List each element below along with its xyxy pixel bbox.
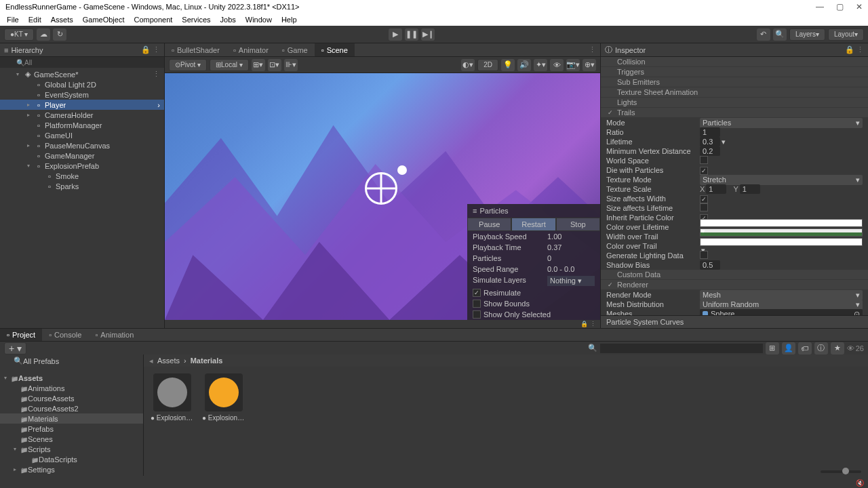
folder-courseassets2[interactable]: CourseAssets2 (0, 403, 143, 413)
menu-assets[interactable]: Assets (47, 14, 77, 25)
insp-mode[interactable]: ModeParticles▾ (601, 118, 868, 127)
snap-icon[interactable]: ⊡▾ (268, 59, 281, 71)
particles-restart-button[interactable]: Restart (511, 218, 555, 231)
tab-animator[interactable]: ▫Animator (226, 43, 275, 56)
camera-icon[interactable]: 📷▾ (566, 59, 580, 71)
hierarchy-item-gameui[interactable]: ▫GameUI (0, 130, 164, 140)
folder-scripts[interactable]: Scripts (0, 444, 143, 454)
insp-color-over-trail[interactable]: Color over Trail▾ (601, 241, 868, 251)
undo-history-icon[interactable]: ↶ (757, 28, 770, 41)
insp-mesh-distribution[interactable]: Mesh DistributionUniform Random▾ (601, 300, 868, 309)
insp-ratio[interactable]: Ratio1 (601, 127, 868, 137)
breadcrumb-materials[interactable]: Materials (191, 357, 223, 365)
menu-services[interactable]: Services (178, 14, 214, 25)
folder-materials[interactable]: Materials (0, 413, 143, 424)
folder-scenes[interactable]: Scenes (0, 434, 143, 444)
breadcrumb-assets[interactable]: Assets (157, 357, 180, 365)
inspector-lock-icon[interactable]: 🔒 ⋮ (845, 45, 864, 54)
particles-pause-button[interactable]: Pause (467, 218, 511, 231)
particles-check-show-only-selected[interactable]: Show Only Selected (467, 309, 600, 320)
close-icon[interactable]: ✕ (856, 2, 863, 12)
draw-mode-icon[interactable]: ◐▾ (461, 59, 475, 71)
insp-minimum-vertex-distance[interactable]: Minimum Vertex Distance0.2 (601, 146, 868, 156)
insp-texture-mode[interactable]: Texture ModeStretch▾ (601, 175, 868, 184)
hierarchy-search[interactable]: 🔍 All (0, 57, 164, 68)
particles-check-show-bounds[interactable]: Show Bounds (467, 298, 600, 309)
module-custom-data[interactable]: Custom Data (601, 270, 868, 279)
asset-explosionm[interactable]: ● ExplosionM... (202, 373, 245, 469)
maximize-icon[interactable]: ▢ (836, 2, 844, 12)
play-button[interactable]: ▶ (389, 28, 402, 41)
folder-settings[interactable]: Settings (0, 464, 143, 474)
menu-gameobject[interactable]: GameObject (79, 14, 129, 25)
grid-icon[interactable]: ⊞▾ (252, 59, 265, 71)
insp-die-with-particles[interactable]: Die with Particles✓ (601, 165, 868, 175)
pivot-dropdown[interactable]: ⊙ Pivot ▾ (169, 59, 207, 71)
module-trails[interactable]: Trails (601, 108, 868, 117)
hierarchy-item-platformmanager[interactable]: ▫PlatformManager (0, 120, 164, 130)
hierarchy-menu-icon[interactable]: ≡ (4, 46, 8, 54)
insp-render-mode[interactable]: Render ModeMesh▾ (601, 290, 868, 300)
project-add-button[interactable]: + ▾ (4, 342, 26, 354)
module-triggers[interactable]: Triggers (601, 67, 868, 77)
hierarchy-item-cameraholder[interactable]: ▫CameraHolder (0, 110, 164, 120)
tab-animation[interactable]: ▫Animation (88, 329, 140, 341)
tab-game[interactable]: ▫Game (275, 43, 315, 56)
hierarchy-item-gamemanager[interactable]: ▫GameManager (0, 150, 164, 161)
incr-icon[interactable]: ⊪▾ (284, 59, 298, 71)
insp-shadow-bias[interactable]: Shadow Bias0.5 (601, 260, 868, 270)
hierarchy-item-eventsystem[interactable]: ▫EventSystem (0, 89, 164, 100)
scene-root[interactable]: ◈ GameScene* ⋮ (0, 69, 164, 79)
layout-dropdown[interactable]: Layout ▾ (828, 28, 864, 41)
insp-size-affects-lifetime[interactable]: Size affects Lifetime (601, 203, 868, 213)
assets-folder[interactable]: Assets (0, 373, 143, 383)
proj-icon-2[interactable]: 👤 (782, 342, 795, 354)
particles-row-simulate-layers[interactable]: Simulate LayersNothing ▾ (467, 274, 600, 287)
proj-icon-1[interactable]: ⊞ (766, 342, 779, 354)
proj-icon-4[interactable]: ⓘ (814, 342, 828, 354)
module-lights[interactable]: Lights (601, 98, 868, 107)
menu-jobs[interactable]: Jobs (216, 14, 240, 25)
layers-dropdown[interactable]: Layers ▾ (789, 28, 825, 41)
hierarchy-lock-icon[interactable]: 🔒 ⋮ (141, 45, 160, 54)
menu-help[interactable]: Help (277, 14, 301, 25)
folder-prefabs[interactable]: Prefabs (0, 424, 143, 434)
module-collision[interactable]: Collision (601, 57, 868, 66)
scene-lock-icon[interactable]: 🔒 ⋮ (580, 321, 596, 327)
scene-gizmo[interactable] (365, 172, 406, 213)
menu-window[interactable]: Window (241, 14, 276, 25)
fx-icon[interactable]: ✦▾ (534, 59, 547, 71)
module-renderer[interactable]: Renderer (601, 280, 868, 289)
mute-icon[interactable]: 🔇 (856, 479, 864, 487)
scene-tabs-menu[interactable]: ⋮ (589, 45, 600, 54)
hierarchy-item-smoke[interactable]: ▫Smoke (0, 171, 164, 181)
insp-generate-lighting-data[interactable]: Generate Lighting Data (601, 251, 868, 260)
hierarchy-item-sparks[interactable]: ▫Sparks (0, 181, 164, 191)
proj-icon-5[interactable]: ★ (831, 342, 844, 354)
light-icon[interactable]: 💡 (501, 59, 515, 71)
history-icon[interactable]: ↻ (53, 28, 66, 41)
module-sub-emitters[interactable]: Sub Emitters (601, 77, 868, 87)
menu-component[interactable]: Component (130, 14, 176, 25)
search-icon[interactable]: 🔍 (773, 28, 787, 41)
gizmo-icon[interactable]: ⊕▾ (583, 59, 596, 71)
audio-icon[interactable]: 🔊 (517, 59, 531, 71)
particles-check-resimulate[interactable]: ✓Resimulate (467, 287, 600, 298)
proj-icon-3[interactable]: 🏷 (798, 342, 812, 354)
hierarchy-item-player[interactable]: ▫Player› (0, 100, 164, 110)
tab-console[interactable]: ▫Console (42, 329, 88, 341)
hierarchy-item-pausemenucanvas[interactable]: ▫PauseMenuCanvas (0, 140, 164, 150)
thumbnail-size-slider[interactable] (821, 470, 861, 473)
insp-texture-scale[interactable]: Texture ScaleX1 Y1 (601, 184, 868, 194)
drag-icon[interactable]: ≡ (473, 207, 477, 215)
pause-button[interactable]: ❚❚ (405, 28, 418, 41)
menu-file[interactable]: File (3, 14, 23, 25)
folder-courseassets[interactable]: CourseAssets (0, 393, 143, 403)
project-search[interactable] (600, 344, 763, 353)
step-button[interactable]: ▶❙ (421, 28, 435, 41)
folder-animations[interactable]: Animations (0, 383, 143, 393)
particle-curves-header[interactable]: Particle System Curves (601, 315, 868, 328)
account-button[interactable]: ● KT ▾ (4, 28, 34, 41)
hierarchy-item-explosionprefab[interactable]: ▫ExplosionPrefab (0, 161, 164, 171)
tab-bulletshader[interactable]: ▫BulletShader (165, 43, 226, 56)
